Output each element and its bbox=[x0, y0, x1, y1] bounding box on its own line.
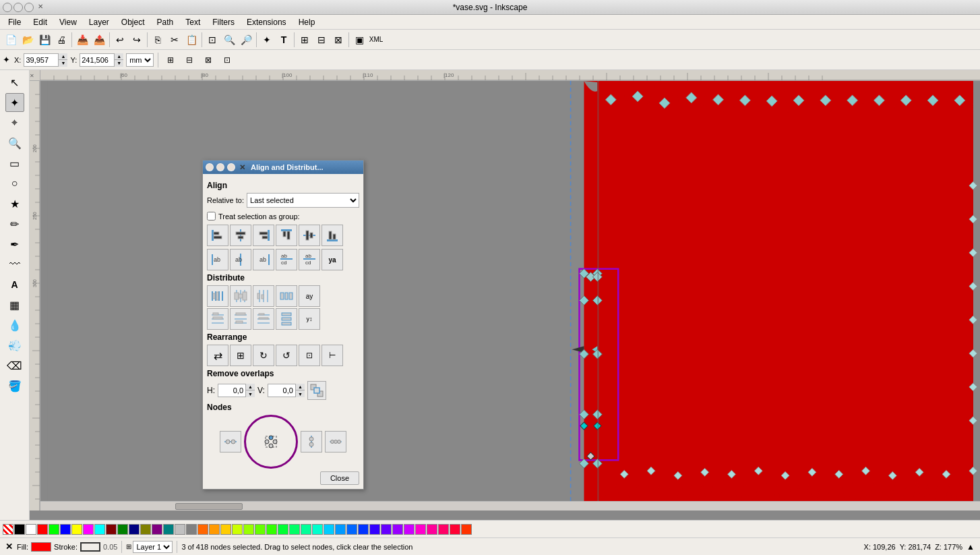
palette-yellow[interactable] bbox=[71, 524, 82, 535]
dist-bottom-edges-btn[interactable] bbox=[253, 308, 274, 330]
y-coord-spinup[interactable]: ▲ bbox=[114, 53, 123, 60]
palette-green4[interactable] bbox=[301, 524, 311, 535]
zoom-fit-drawing-btn[interactable]: ⊡ bbox=[204, 32, 220, 48]
cut-btn[interactable]: ✂ bbox=[166, 32, 183, 48]
dialog-max-btn-circle[interactable] bbox=[227, 163, 235, 171]
eraser-tool-btn[interactable]: ⌫ bbox=[5, 356, 24, 375]
dist-top-edges-btn[interactable] bbox=[207, 308, 228, 330]
menu-path[interactable]: Path bbox=[152, 16, 179, 28]
stroke-color-box[interactable] bbox=[80, 542, 100, 552]
menu-layer[interactable]: Layer bbox=[84, 16, 115, 28]
treat-as-group-checkbox[interactable] bbox=[207, 212, 216, 221]
align-top-edges-btn[interactable] bbox=[276, 225, 297, 246]
palette-yellow-green1[interactable] bbox=[232, 524, 243, 535]
dialog-close-button[interactable]: Close bbox=[320, 471, 359, 485]
export-btn[interactable]: 📤 bbox=[91, 32, 107, 48]
palette-indigo1[interactable] bbox=[369, 524, 380, 535]
palette-white[interactable] bbox=[26, 524, 36, 535]
palette-darkblue[interactable] bbox=[129, 524, 140, 535]
zoom-tool-btn[interactable]: 🔍 bbox=[5, 134, 24, 152]
palette-gray[interactable] bbox=[186, 524, 197, 535]
node-tool-btn[interactable]: ✦ bbox=[5, 93, 24, 112]
palette-red[interactable] bbox=[37, 524, 48, 535]
unit-select[interactable]: mm px pt bbox=[126, 53, 154, 67]
print-btn[interactable]: 🖨 bbox=[53, 32, 69, 48]
overlap-v-spindown[interactable]: ▼ bbox=[295, 390, 305, 397]
align-bottom-edges-btn[interactable] bbox=[321, 225, 343, 246]
align-centers-v-btn[interactable] bbox=[230, 225, 251, 246]
palette-cyan[interactable] bbox=[94, 524, 105, 535]
nodes-center-btn[interactable] bbox=[260, 431, 282, 452]
palette-pink2[interactable] bbox=[427, 524, 437, 535]
select-tool-btn[interactable]: ↖ bbox=[5, 73, 24, 92]
pen-tool-btn[interactable]: ✒ bbox=[5, 235, 24, 254]
calligraphy-tool-btn[interactable]: 〰 bbox=[5, 255, 24, 274]
palette-blue[interactable] bbox=[60, 524, 71, 535]
palette-darkred[interactable] bbox=[106, 524, 117, 535]
align-btn[interactable]: ⊞ bbox=[297, 32, 313, 48]
rearrange-sort-btn[interactable]: ⊢ bbox=[321, 345, 343, 366]
palette-olive[interactable] bbox=[140, 524, 151, 535]
palette-sky2[interactable] bbox=[346, 524, 357, 535]
x-coord-spinup[interactable]: ▲ bbox=[58, 53, 67, 60]
rearrange-exchange-btn[interactable]: ⇄ bbox=[207, 345, 228, 366]
canvas-area[interactable]: ✕ bbox=[30, 70, 980, 520]
palette-lime[interactable] bbox=[49, 524, 59, 535]
menu-view[interactable]: View bbox=[54, 16, 82, 28]
transform-btn[interactable]: ✦ bbox=[259, 32, 275, 48]
new-file-btn[interactable]: 📄 bbox=[3, 32, 19, 48]
viewport[interactable] bbox=[40, 81, 980, 510]
distribute-btn[interactable]: ⊟ bbox=[313, 32, 330, 48]
palette-silver[interactable] bbox=[175, 524, 185, 535]
rect-tool-btn[interactable]: ▭ bbox=[5, 154, 24, 173]
dropper-tool-btn[interactable]: 💧 bbox=[5, 316, 24, 334]
import-btn[interactable]: 📥 bbox=[74, 32, 90, 48]
undo-btn[interactable]: ↩ bbox=[112, 32, 128, 48]
paint-bucket-btn[interactable]: 🪣 bbox=[5, 376, 24, 395]
dialog-close-btn-circle[interactable] bbox=[206, 163, 214, 171]
palette-sky3[interactable] bbox=[358, 524, 369, 535]
palette-violet2[interactable] bbox=[404, 524, 415, 535]
align-text-anchor-left-btn[interactable]: abcd bbox=[276, 249, 297, 270]
palette-orange2[interactable] bbox=[209, 524, 220, 535]
zoom-in-status-btn[interactable]: ▲ bbox=[967, 542, 975, 552]
gradient-tool-btn[interactable]: ▦ bbox=[5, 295, 24, 314]
align-centers-h-btn[interactable] bbox=[299, 225, 320, 246]
remove-overlaps-apply-btn[interactable] bbox=[307, 381, 326, 400]
snap-btn-4[interactable]: ⊡ bbox=[219, 52, 235, 68]
align-text-baseline-right-btn[interactable]: ab bbox=[253, 249, 274, 270]
h-scrollbar[interactable] bbox=[40, 501, 980, 510]
menu-file[interactable]: File bbox=[3, 16, 26, 28]
dialog-min-btn-circle[interactable] bbox=[216, 163, 224, 171]
menu-text[interactable]: Text bbox=[180, 16, 206, 28]
palette-indigo2[interactable] bbox=[381, 524, 392, 535]
menu-object[interactable]: Object bbox=[116, 16, 150, 28]
pencil-tool-btn[interactable]: ✏ bbox=[5, 214, 24, 233]
snap-btn-3[interactable]: ⊠ bbox=[200, 52, 216, 68]
h-scroll-thumb[interactable] bbox=[175, 503, 243, 510]
menu-help[interactable]: Help bbox=[293, 16, 321, 28]
window-min-btn[interactable] bbox=[13, 3, 23, 12]
palette-yellow-green3[interactable] bbox=[255, 524, 266, 535]
palette-black[interactable] bbox=[14, 524, 25, 535]
circle-tool-btn[interactable]: ○ bbox=[5, 174, 24, 193]
fill-stroke-btn[interactable]: ▣ bbox=[351, 32, 367, 48]
dist-gaps-h-btn[interactable] bbox=[276, 285, 297, 307]
objects-btn[interactable]: ⊠ bbox=[330, 32, 346, 48]
overlap-v-spinup[interactable]: ▲ bbox=[295, 384, 305, 390]
rearrange-exchange2-btn[interactable]: ⊞ bbox=[230, 345, 251, 366]
align-text-ya-btn[interactable]: ya bbox=[321, 249, 343, 270]
dist-text-ay-btn[interactable]: ay bbox=[299, 285, 320, 307]
menu-extensions[interactable]: Extensions bbox=[241, 16, 292, 28]
fill-color-box[interactable] bbox=[31, 542, 51, 552]
palette-green1[interactable] bbox=[266, 524, 277, 535]
palette-violet1[interactable] bbox=[392, 524, 403, 535]
align-text-baseline-center-btn[interactable]: ab bbox=[230, 249, 251, 270]
palette-sky1[interactable] bbox=[335, 524, 346, 535]
palette-green2[interactable] bbox=[278, 524, 288, 535]
palette-cyan2[interactable] bbox=[324, 524, 334, 535]
rearrange-rotate-btn[interactable]: ↻ bbox=[253, 345, 274, 366]
nodes-align-h-btn[interactable] bbox=[220, 431, 241, 452]
palette-color-none[interactable] bbox=[3, 524, 13, 535]
palette-pink3[interactable] bbox=[438, 524, 449, 535]
